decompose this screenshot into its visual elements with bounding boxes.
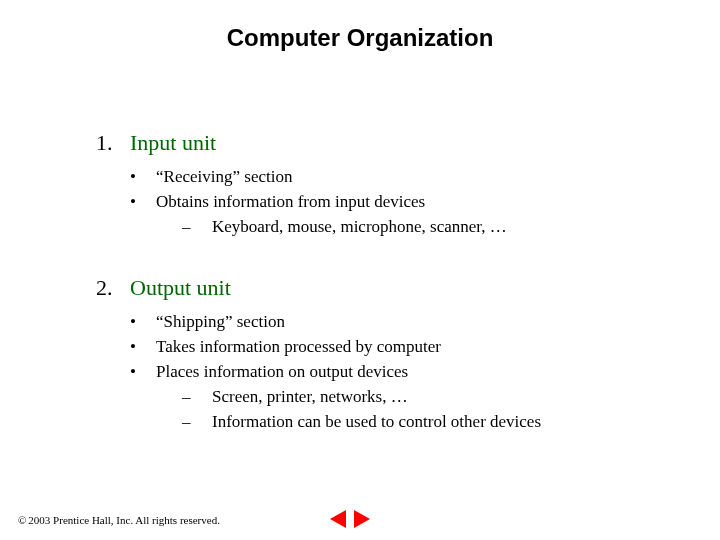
dash-list: – Keyboard, mouse, microphone, scanner, … [182,216,507,239]
dash-marker: – [182,386,212,409]
list-heading: Input unit [130,130,216,156]
bullet-list: • “Receiving” section • Obtains informat… [130,166,660,241]
list-item: Input unit • “Receiving” section • Obtai… [96,130,660,241]
bullet-body: Obtains information from input devices –… [156,191,507,241]
dash-text: Screen, printer, networks, … [212,386,408,409]
footer: © 2003 Prentice Hall, Inc. All rights re… [18,514,220,526]
list-item-header: Input unit [96,130,660,156]
bullet-body: Places information on output devices – S… [156,361,541,436]
dash-item: – Screen, printer, networks, … [182,386,541,409]
bullet-item: • Takes information processed by compute… [130,336,660,359]
bullet-item: • “Receiving” section [130,166,660,189]
slide: Computer Organization Input unit • “Rece… [0,0,720,540]
copyright-icon: © [18,514,26,526]
bullet-marker: • [130,166,156,189]
list-number [96,275,130,301]
list-number [96,130,130,156]
bullet-item: • “Shipping” section [130,311,660,334]
dash-marker: – [182,216,212,239]
prev-button[interactable] [330,510,346,528]
list-item: Output unit • “Shipping” section • Takes… [96,275,660,436]
dash-item: – Information can be used to control oth… [182,411,541,434]
bullet-text: Takes information processed by computer [156,336,441,359]
nav-controls [330,510,370,528]
footer-text: 2003 Prentice Hall, Inc. All rights rese… [28,514,220,526]
list-heading: Output unit [130,275,231,301]
bullet-list: • “Shipping” section • Takes information… [130,311,660,436]
slide-title: Computer Organization [0,24,720,52]
slide-content: Input unit • “Receiving” section • Obtai… [96,130,660,470]
bullet-text: “Shipping” section [156,311,285,334]
main-list: Input unit • “Receiving” section • Obtai… [96,130,660,436]
bullet-text: Places information on output devices [156,362,408,381]
bullet-text: “Receiving” section [156,166,292,189]
dash-text: Keyboard, mouse, microphone, scanner, … [212,216,507,239]
bullet-marker: • [130,361,156,384]
next-button[interactable] [354,510,370,528]
bullet-item: • Places information on output devices –… [130,361,660,436]
bullet-text: Obtains information from input devices [156,192,425,211]
list-item-header: Output unit [96,275,660,301]
dash-item: – Keyboard, mouse, microphone, scanner, … [182,216,507,239]
bullet-item: • Obtains information from input devices… [130,191,660,241]
dash-list: – Screen, printer, networks, … – Informa… [182,386,541,434]
bullet-marker: • [130,191,156,214]
bullet-marker: • [130,311,156,334]
dash-text: Information can be used to control other… [212,411,541,434]
bullet-marker: • [130,336,156,359]
dash-marker: – [182,411,212,434]
